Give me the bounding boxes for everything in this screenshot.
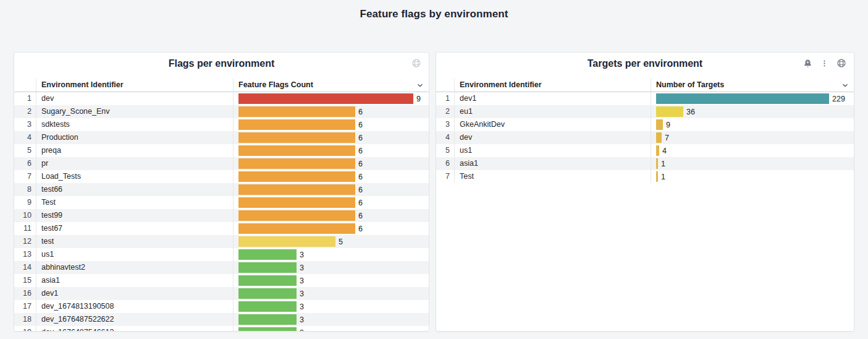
row-index: 1 [14, 92, 36, 105]
globe-icon[interactable] [411, 58, 421, 68]
table-row: 6pr6 [14, 157, 429, 170]
bar-value: 3 [300, 328, 304, 332]
table-row: 1dev1229 [436, 92, 854, 105]
row-index: 12 [14, 235, 36, 248]
bar-gauge [656, 93, 829, 104]
page-title: Feature flags by environment [0, 8, 868, 20]
value-cell: 6 [234, 183, 429, 196]
row-index: 11 [14, 222, 36, 235]
bar-value: 3 [300, 303, 304, 311]
bar-gauge [656, 145, 659, 156]
panel-title[interactable]: Targets per environment [436, 53, 854, 69]
table-row: 2eu136 [436, 105, 854, 118]
bar-value: 6 [358, 173, 363, 181]
bar-gauge [238, 249, 297, 260]
bar-gauge [238, 275, 297, 286]
environment-identifier: dev1 [455, 92, 651, 105]
environment-identifier: Test [455, 170, 651, 183]
row-index: 5 [14, 144, 36, 157]
table-row: 1dev9 [14, 92, 429, 105]
bar-gauge [656, 171, 658, 182]
row-index: 18 [14, 313, 36, 326]
environment-identifier: sdktests [36, 118, 234, 131]
table-row: 4dev7 [436, 131, 854, 144]
table-row: 18dev_16764875226223 [14, 313, 429, 326]
table-body: 1dev92Sugary_Scone_Env63sdktests64Produc… [14, 92, 429, 331]
environment-identifier: eu1 [455, 105, 651, 118]
table-row: 16dev13 [14, 287, 429, 300]
bar-gauge [656, 132, 662, 143]
row-index: 6 [14, 157, 36, 170]
table-row: 4Production6 [14, 131, 429, 144]
bar-gauge [656, 106, 683, 117]
value-cell: 6 [234, 222, 429, 235]
environment-identifier: preqa [36, 144, 234, 157]
bar-value: 1 [661, 160, 665, 168]
table-row: 8test666 [14, 183, 429, 196]
bar-value: 3 [300, 264, 304, 272]
value-cell: 9 [234, 92, 429, 105]
column-header-value[interactable]: Feature Flags Count [234, 79, 429, 92]
row-index: 1 [436, 92, 455, 105]
bar-gauge [238, 171, 355, 182]
environment-identifier: dev [455, 131, 651, 144]
bar-gauge [238, 158, 355, 169]
value-cell: 6 [234, 118, 429, 131]
bar-gauge [238, 132, 355, 143]
bar-gauge [238, 145, 355, 156]
row-index: 8 [14, 183, 36, 196]
table-row: 11test676 [14, 222, 429, 235]
row-index-header [436, 79, 455, 92]
bar-value: 9 [666, 121, 670, 129]
column-header-environment-identifier[interactable]: Environment Identifier [455, 79, 651, 92]
environment-identifier: abhinavtest2 [36, 261, 234, 274]
bar-gauge [238, 184, 355, 195]
value-cell: 6 [234, 157, 429, 170]
column-header-value[interactable]: Number of Targets [651, 79, 854, 92]
panel-flags-per-environment: Flags per environment Environment Identi… [14, 52, 429, 332]
globe-icon[interactable] [836, 58, 846, 68]
environment-identifier: dev_1676487546612 [36, 326, 234, 331]
table-row: 3sdktests6 [14, 118, 429, 131]
table-row: 12test5 [14, 235, 429, 248]
row-index: 7 [436, 170, 455, 183]
bar-gauge [238, 210, 355, 221]
row-index: 14 [14, 261, 36, 274]
row-index: 2 [436, 105, 455, 118]
value-cell: 1 [651, 170, 854, 183]
table-row: 9Test6 [14, 196, 429, 209]
panel-title[interactable]: Flags per environment [14, 53, 429, 69]
value-cell: 3 [234, 248, 429, 261]
bell-plus-icon[interactable] [803, 59, 812, 68]
value-cell: 6 [234, 105, 429, 118]
value-cell: 36 [651, 105, 854, 118]
row-index: 5 [436, 144, 455, 157]
bar-value: 6 [358, 212, 363, 220]
kebab-menu-icon[interactable] [820, 59, 828, 67]
environment-identifier: Sugary_Scone_Env [36, 105, 234, 118]
bar-value: 6 [358, 225, 363, 233]
table-row: 2Sugary_Scone_Env6 [14, 105, 429, 118]
bar-value: 3 [300, 315, 304, 324]
row-index: 13 [14, 248, 36, 261]
bar-gauge [238, 301, 297, 312]
environment-identifier: us1 [36, 248, 234, 261]
value-cell: 4 [651, 144, 854, 157]
bar-value: 36 [686, 108, 695, 116]
bar-gauge [238, 93, 413, 104]
value-cell: 3 [234, 287, 429, 300]
table-row: 5preqa6 [14, 144, 429, 157]
environment-identifier: asia1 [36, 274, 234, 287]
row-index: 4 [436, 131, 455, 144]
bar-value: 3 [300, 277, 304, 285]
chevron-down-icon[interactable] [841, 81, 849, 90]
bar-value: 6 [358, 108, 363, 116]
bar-value: 5 [339, 238, 343, 246]
bar-gauge [656, 119, 663, 130]
column-header-environment-identifier[interactable]: Environment Identifier [36, 79, 234, 92]
environment-identifier: Load_Tests [36, 170, 234, 183]
chevron-down-icon[interactable] [416, 81, 424, 90]
value-cell: 3 [234, 261, 429, 274]
environment-identifier: us1 [455, 144, 651, 157]
environment-identifier: dev_1676487522622 [36, 313, 234, 326]
